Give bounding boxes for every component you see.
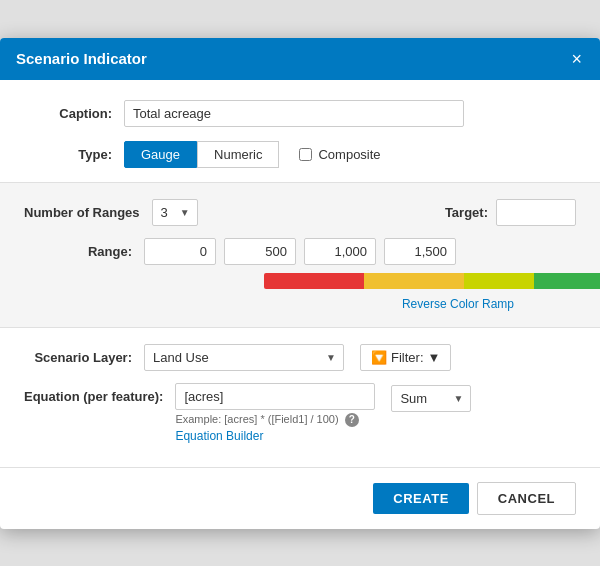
range-input-2[interactable] bbox=[304, 238, 376, 265]
number-of-ranges-row: Number of Ranges 1 2 3 4 5 ▼ Target: bbox=[24, 199, 576, 226]
filter-icon: 🔽 bbox=[371, 350, 387, 365]
caption-label: Caption: bbox=[24, 106, 124, 121]
sum-select[interactable]: Sum Average Min Max Count bbox=[391, 385, 471, 412]
range-input-3[interactable] bbox=[384, 238, 456, 265]
filter-label: Filter: bbox=[391, 350, 424, 365]
equation-label: Equation (per feature): bbox=[24, 383, 175, 404]
dialog-footer: CREATE CANCEL bbox=[0, 467, 600, 529]
range-label: Range: bbox=[24, 244, 144, 259]
range-input-0[interactable] bbox=[144, 238, 216, 265]
help-icon[interactable]: ? bbox=[345, 413, 359, 427]
composite-label: Composite bbox=[299, 147, 380, 162]
cancel-button[interactable]: CANCEL bbox=[477, 482, 576, 515]
target-label: Target: bbox=[445, 205, 488, 220]
composite-checkbox[interactable] bbox=[299, 148, 312, 161]
color-ramp-container: Reverse Color Ramp bbox=[144, 273, 576, 311]
filter-chevron-icon: ▼ bbox=[428, 350, 441, 365]
number-of-ranges-select-wrap: 1 2 3 4 5 ▼ bbox=[152, 199, 198, 226]
layer-select[interactable]: Land Use bbox=[144, 344, 344, 371]
scenario-layer-row: Scenario Layer: Land Use ▼ 🔽 Filter: ▼ bbox=[24, 344, 576, 371]
equation-row: Equation (per feature): Example: [acres]… bbox=[24, 383, 576, 443]
filter-button[interactable]: 🔽 Filter: ▼ bbox=[360, 344, 451, 371]
equation-example: Example: [acres] * ([Field1] / 100) ? bbox=[175, 413, 375, 427]
number-of-ranges-select[interactable]: 1 2 3 4 5 bbox=[152, 199, 198, 226]
equation-input[interactable] bbox=[175, 383, 375, 410]
type-row: Type: Gauge Numeric Composite bbox=[24, 141, 576, 168]
target-input[interactable] bbox=[496, 199, 576, 226]
layer-select-wrap: Land Use ▼ bbox=[144, 344, 344, 371]
range-row: Range: bbox=[24, 238, 576, 265]
color-ramp-bar bbox=[264, 273, 600, 289]
type-label: Type: bbox=[24, 147, 124, 162]
type-toggle-group: Gauge Numeric Composite bbox=[124, 141, 381, 168]
ranges-section: Number of Ranges 1 2 3 4 5 ▼ Target: Ran… bbox=[0, 182, 600, 328]
close-button[interactable]: × bbox=[569, 50, 584, 68]
scenario-layer-label: Scenario Layer: bbox=[24, 350, 144, 365]
equation-field-wrap: Example: [acres] * ([Field1] / 100) ? Eq… bbox=[175, 383, 375, 443]
caption-row: Caption: bbox=[24, 100, 576, 127]
dialog-header: Scenario Indicator × bbox=[0, 38, 600, 80]
equation-builder-link[interactable]: Equation Builder bbox=[175, 429, 375, 443]
scenario-indicator-dialog: Scenario Indicator × Caption: Type: Gaug… bbox=[0, 38, 600, 529]
create-button[interactable]: CREATE bbox=[373, 483, 468, 514]
type-numeric-button[interactable]: Numeric bbox=[197, 141, 279, 168]
type-gauge-button[interactable]: Gauge bbox=[124, 141, 197, 168]
sum-select-wrap: Sum Average Min Max Count ▼ bbox=[391, 385, 471, 412]
caption-input[interactable] bbox=[124, 100, 464, 127]
range-input-1[interactable] bbox=[224, 238, 296, 265]
reverse-color-ramp-link[interactable]: Reverse Color Ramp bbox=[402, 297, 514, 311]
range-inputs bbox=[144, 238, 456, 265]
dialog-body: Caption: Type: Gauge Numeric Composite N… bbox=[0, 80, 600, 467]
number-of-ranges-label: Number of Ranges bbox=[24, 205, 152, 220]
dialog-title: Scenario Indicator bbox=[16, 50, 147, 67]
